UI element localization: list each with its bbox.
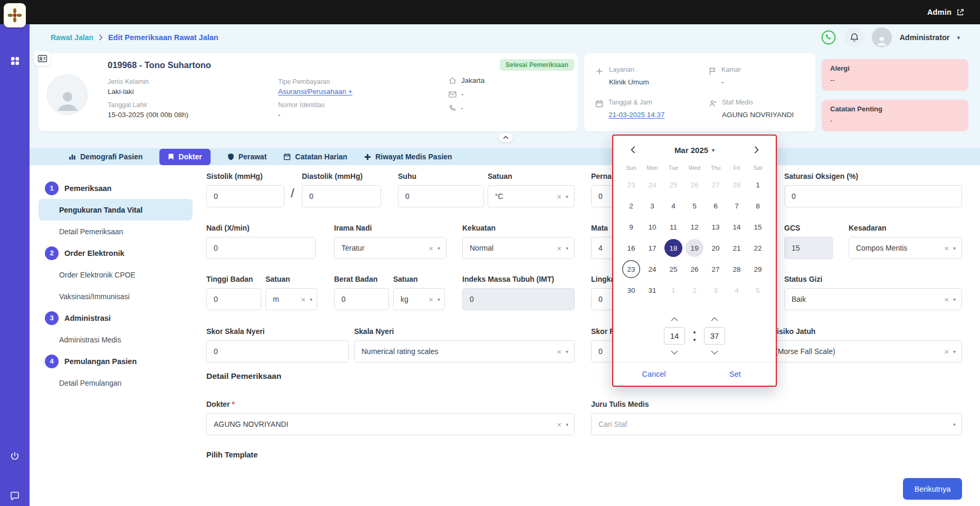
clear-icon[interactable]: × [429, 244, 433, 252]
calendar-day[interactable]: 22 [749, 239, 767, 257]
user-name[interactable]: Administrator [899, 33, 949, 42]
diastolik-input[interactable] [302, 185, 381, 207]
external-link-icon[interactable] [956, 8, 964, 16]
tinggi-satuan-select[interactable]: m × ▾ [265, 288, 317, 310]
user-avatar[interactable] [872, 27, 892, 47]
apps-grid-icon[interactable] [6, 52, 24, 70]
calendar-day[interactable]: 26 [686, 176, 703, 194]
minute-down-button[interactable] [708, 349, 721, 356]
nav-section-pemeriksaan[interactable]: 1Pemeriksaan [39, 177, 193, 199]
clear-icon[interactable]: × [944, 348, 949, 356]
notifications-button[interactable] [844, 27, 864, 47]
power-icon[interactable] [6, 447, 24, 465]
clear-icon[interactable]: × [301, 295, 306, 303]
breadcrumb-rawat-jalan[interactable]: Rawat Jalan [51, 33, 93, 42]
nav-section-order-elektronik[interactable]: 2Order Elektronik [39, 242, 193, 264]
calendar-day[interactable]: 16 [622, 239, 640, 257]
calendar-day[interactable]: 1 [749, 176, 767, 194]
sidebar-item-administrasi-medis[interactable]: Administrasi Medis [39, 329, 193, 350]
irama-nadi-select[interactable]: Teratur × ▾ [334, 237, 446, 259]
clear-icon[interactable]: × [944, 295, 949, 303]
next-month-button[interactable] [749, 143, 763, 157]
calendar-day[interactable]: 5 [686, 197, 703, 215]
suhu-input[interactable] [398, 185, 484, 207]
skor-nyeri-input[interactable] [206, 340, 349, 362]
calendar-day[interactable]: 26 [686, 260, 703, 278]
sidebar-item-pengukuran-tanda-vital[interactable]: Pengukuran Tanda Vital [39, 199, 193, 221]
sidebar-item-order-elektronik-cpoe[interactable]: Order Elektronik CPOE [39, 264, 193, 285]
patient-id-card-button[interactable] [34, 51, 51, 66]
dokter-select[interactable]: AGUNG NOVRIYANDI × ▾ [206, 413, 575, 435]
clear-icon[interactable]: × [944, 244, 949, 252]
nadi-input[interactable] [206, 237, 316, 259]
prev-month-button[interactable] [626, 143, 640, 157]
app-logo[interactable] [4, 3, 26, 27]
clear-icon[interactable]: × [557, 348, 562, 356]
sidebar-item-detail-pemulangan[interactable]: Detail Pemulangan [39, 372, 193, 394]
calendar-day[interactable]: 4 [664, 197, 682, 215]
calendar-day[interactable]: 17 [643, 239, 661, 257]
calendar-day[interactable]: 6 [707, 197, 725, 215]
calendar-day[interactable]: 3 [707, 281, 725, 299]
berat-badan-input[interactable] [334, 288, 389, 310]
juru-tulis-select[interactable]: Cari Staf ▾ [591, 413, 962, 435]
nav-section-pemulangan-pasien[interactable]: 4Pemulangan Pasien [39, 350, 193, 372]
calendar-day[interactable]: 4 [728, 281, 746, 299]
collapse-patient-panel-button[interactable] [498, 132, 513, 142]
cancel-button[interactable]: Cancel [613, 362, 694, 386]
calendar-day[interactable]: 25 [664, 260, 682, 278]
calendar-day[interactable]: 11 [664, 218, 682, 236]
calendar-day[interactable]: 25 [664, 176, 682, 194]
risiko-jatuh-select[interactable]: (Morse Fall Scale) × ▾ [768, 340, 962, 362]
calendar-day[interactable]: 2 [622, 197, 640, 215]
calendar-day[interactable]: 27 [707, 260, 725, 278]
calendar-day[interactable]: 10 [643, 218, 661, 236]
calendar-day[interactable]: 24 [643, 176, 661, 194]
kesadaran-select[interactable]: Compos Mentis × ▾ [849, 237, 962, 259]
calendar-day[interactable]: 21 [728, 239, 746, 257]
status-gizi-select[interactable]: Baik × ▾ [784, 288, 962, 310]
skala-nyeri-select[interactable]: Numerical rating scales × ▾ [354, 340, 575, 362]
tab-catatan-harian[interactable]: Catatan Harian [283, 148, 347, 165]
berat-satuan-select[interactable]: kg × ▾ [393, 288, 445, 310]
calendar-day[interactable]: 20 [707, 239, 725, 257]
tab-perawat[interactable]: Perawat [227, 148, 267, 165]
nav-section-administrasi[interactable]: 3Administrasi [39, 307, 193, 329]
calendar-day[interactable]: 13 [707, 218, 725, 236]
calendar-day[interactable]: 30 [622, 281, 640, 299]
calendar-day[interactable]: 18 [664, 239, 682, 257]
hour-up-button[interactable] [668, 316, 681, 323]
month-year-selector[interactable]: Mar 2025 ▾ [674, 146, 715, 155]
calendar-day[interactable]: 3 [643, 197, 661, 215]
whatsapp-icon[interactable] [820, 29, 837, 46]
saturasi-input[interactable] [784, 185, 962, 207]
tab-dokter[interactable]: Dokter [159, 149, 210, 165]
clear-icon[interactable]: × [557, 193, 562, 201]
sistolik-input[interactable] [206, 185, 284, 207]
clear-icon[interactable]: × [557, 244, 562, 252]
suhu-satuan-select[interactable]: °C × ▾ [488, 185, 575, 207]
tab-demografi-pasien[interactable]: Demografi Pasien [69, 148, 142, 165]
calendar-day[interactable]: 28 [728, 260, 746, 278]
set-button[interactable]: Set [694, 362, 776, 386]
next-button[interactable]: Berikutnya [903, 478, 962, 500]
payment-type-link[interactable]: Asuransi/Perusahaan + [278, 88, 353, 96]
calendar-day[interactable]: 27 [707, 176, 725, 194]
minute-up-button[interactable] [708, 316, 721, 323]
kekuatan-select[interactable]: Normal × ▾ [462, 237, 575, 259]
calendar-day[interactable]: 8 [749, 197, 767, 215]
calendar-day[interactable]: 1 [664, 281, 682, 299]
clear-icon[interactable]: × [557, 421, 562, 428]
calendar-day[interactable]: 31 [643, 281, 661, 299]
chat-icon[interactable] [6, 487, 24, 505]
calendar-day[interactable]: 15 [749, 218, 767, 236]
tinggi-badan-input[interactable] [206, 288, 261, 310]
calendar-day[interactable]: 23 [622, 176, 640, 194]
calendar-day[interactable]: 9 [622, 218, 640, 236]
calendar-day[interactable]: 7 [728, 197, 746, 215]
tab-riwayat-medis-pasien[interactable]: Riwayat Medis Pasien [364, 148, 452, 165]
calendar-day[interactable]: 28 [728, 176, 746, 194]
calendar-day[interactable]: 19 [686, 239, 703, 257]
sidebar-item-vaksinasi-immunisasi[interactable]: Vaksinasi/Immunisasi [39, 285, 193, 307]
calendar-day[interactable]: 2 [686, 281, 703, 299]
